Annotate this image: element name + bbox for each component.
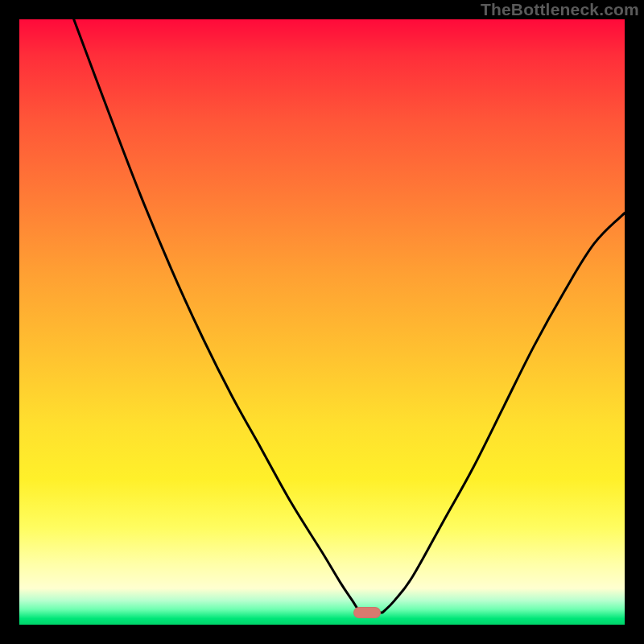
- plot-area: [19, 19, 625, 625]
- chart-frame: TheBottleneck.com: [0, 0, 644, 644]
- minimum-marker: [353, 607, 381, 618]
- watermark-text: TheBottleneck.com: [481, 0, 639, 19]
- curve-path: [74, 19, 625, 613]
- bottleneck-curve: [19, 19, 625, 625]
